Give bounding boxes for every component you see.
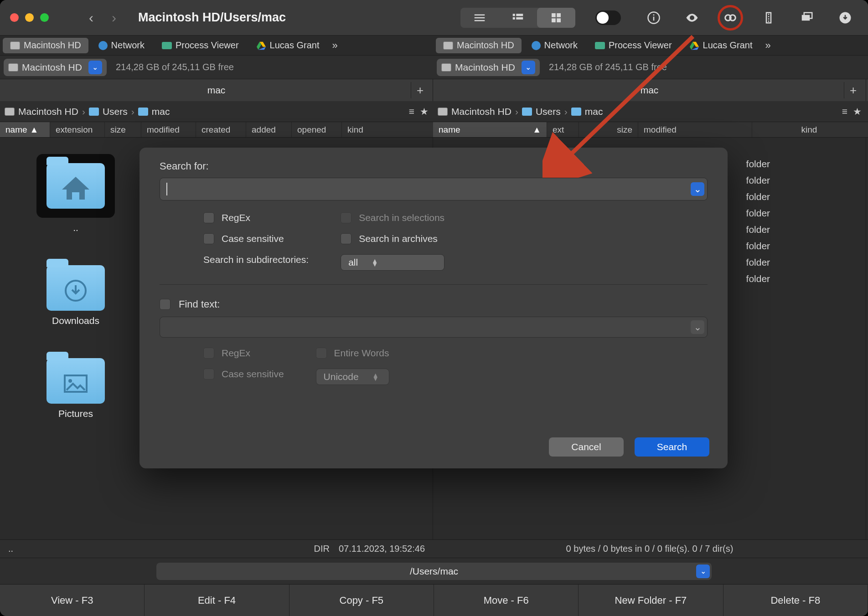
cancel-button[interactable]: Cancel <box>549 437 624 457</box>
dropdown-icon[interactable]: ⌄ <box>522 61 535 74</box>
selections-checkbox: Search in selections <box>341 212 444 223</box>
item-pictures[interactable]: Pictures <box>46 358 105 419</box>
maximize-button[interactable] <box>40 13 49 22</box>
breadcrumb-seg[interactable]: mac <box>585 106 603 117</box>
fav-process-viewer-r[interactable]: Process Viewer <box>588 38 679 53</box>
dropdown-icon[interactable]: ⌄ <box>691 182 704 196</box>
breadcrumb-seg[interactable]: Users <box>536 106 561 117</box>
more-favorites-icon-r[interactable]: » <box>760 40 776 51</box>
status-bar: .. DIR 07.11.2023, 19:52:46 0 bytes / 0 … <box>0 539 868 558</box>
hdr-created[interactable]: created <box>196 122 246 137</box>
hd-icon <box>443 41 453 50</box>
status-right: 0 bytes / 0 bytes in 0 / 0 file(s). 0 / … <box>433 540 866 558</box>
text-caret <box>166 183 167 195</box>
hdr-kind-r[interactable]: kind <box>752 122 866 137</box>
breadcrumb-seg[interactable]: Users <box>103 106 128 117</box>
info-icon[interactable] <box>641 5 666 31</box>
network-icon <box>98 41 108 50</box>
fav-drive-nicolas-r[interactable]: Lucas Grant <box>682 38 760 53</box>
drive-bar: Macintosh HD⌄ 214,28 GB of 245,11 GB fre… <box>0 56 868 79</box>
fkey-copy[interactable]: Copy - F5 <box>289 585 434 616</box>
item-parent[interactable]: .. <box>36 154 115 233</box>
fkey-edit[interactable]: Edit - F4 <box>145 585 289 616</box>
hdr-modified-r[interactable]: modified <box>638 122 752 137</box>
more-favorites-icon[interactable]: » <box>327 40 343 51</box>
fav-drive-nicolas[interactable]: Lucas Grant <box>249 38 327 53</box>
find-text-toggle[interactable]: Find text: <box>160 298 708 310</box>
folder-icon <box>571 108 581 116</box>
dark-mode-toggle[interactable] <box>595 10 621 25</box>
minimize-button[interactable] <box>25 13 34 22</box>
panel-tab-right[interactable]: mac+ <box>433 79 866 101</box>
search-icon[interactable] <box>718 5 743 31</box>
hdr-modified[interactable]: modified <box>141 122 196 137</box>
fav-network-r[interactable]: Network <box>524 38 585 53</box>
hdr-name[interactable]: name ▲ <box>0 122 50 137</box>
hdr-kind[interactable]: kind <box>342 122 433 137</box>
fav-network[interactable]: Network <box>91 38 152 53</box>
list-toggle-icon[interactable]: ≡ <box>409 106 414 117</box>
entirewords-checkbox: Entire Words <box>316 348 389 359</box>
fav-macintosh-hd[interactable]: Macintosh HD <box>3 38 88 53</box>
quicklook-icon[interactable] <box>679 5 705 31</box>
forward-button[interactable]: › <box>112 10 116 26</box>
dropdown-icon[interactable]: ⌄ <box>691 320 704 334</box>
fkey-move[interactable]: Move - F6 <box>434 585 579 616</box>
close-button[interactable] <box>10 13 19 22</box>
hdr-added[interactable]: added <box>246 122 292 137</box>
list-toggle-icon[interactable]: ≡ <box>842 106 847 117</box>
hdr-extension[interactable]: extension <box>50 122 105 137</box>
hdr-name-r[interactable]: name ▲ <box>433 122 547 137</box>
hdr-opened[interactable]: opened <box>292 122 342 137</box>
back-button[interactable]: ‹ <box>89 10 93 26</box>
search-for-input[interactable]: ⌄ <box>160 178 708 200</box>
hdr-ext-r[interactable]: ext <box>547 122 579 137</box>
gdrive-icon <box>689 41 699 51</box>
compress-icon[interactable] <box>756 5 781 31</box>
path-input[interactable]: /Users/mac ⌄ <box>156 563 712 580</box>
fkey-delete[interactable]: Delete - F8 <box>723 585 868 616</box>
subdirs-select[interactable]: all▲▼ <box>341 254 444 271</box>
window-controls <box>10 13 49 22</box>
view-list-icon[interactable] <box>460 8 499 28</box>
archives-checkbox[interactable]: Search in archives <box>341 233 444 244</box>
hdr-size-r[interactable]: size <box>579 122 638 137</box>
folder-icon <box>89 108 99 116</box>
breadcrumb-seg[interactable]: Macintosh HD <box>18 106 78 117</box>
path-bar: /Users/mac ⌄ <box>0 558 868 584</box>
breadcrumb-seg[interactable]: mac <box>152 106 170 117</box>
clone-panel-icon[interactable] <box>794 5 820 31</box>
folder-icon <box>522 108 532 116</box>
dropdown-icon[interactable]: ⌄ <box>88 61 102 74</box>
fav-process-viewer[interactable]: Process Viewer <box>155 38 246 53</box>
svg-rect-5 <box>557 13 561 17</box>
folder-icon <box>138 108 148 116</box>
drive-selector-right[interactable]: Macintosh HD⌄ <box>437 59 540 76</box>
svg-rect-2 <box>516 14 523 16</box>
path-dropdown-icon[interactable]: ⌄ <box>696 565 710 578</box>
breadcrumb-seg[interactable]: Macintosh HD <box>451 106 512 117</box>
subdirs-row: Search in subdirectories: <box>203 254 309 265</box>
case-checkbox[interactable]: Case sensitive <box>203 233 309 244</box>
drive-selector-left[interactable]: Macintosh HD⌄ <box>4 59 107 76</box>
drive-free-left: 214,28 GB of 245,11 GB free <box>116 62 234 72</box>
search-dialog: Search for: ⌄ RegEx Case sensitive Searc… <box>140 148 728 468</box>
search-button[interactable]: Search <box>635 437 709 457</box>
view-grid-icon[interactable] <box>537 8 575 28</box>
svg-rect-1 <box>513 17 515 19</box>
star-icon[interactable]: ★ <box>420 106 429 117</box>
fkey-view[interactable]: View - F3 <box>0 585 145 616</box>
view-columns-icon[interactable] <box>499 8 537 28</box>
fav-macintosh-hd-r[interactable]: Macintosh HD <box>436 38 522 53</box>
download-icon[interactable] <box>832 5 858 31</box>
star-icon[interactable]: ★ <box>853 106 862 117</box>
find-text-input[interactable]: ⌄ <box>160 317 708 338</box>
new-tab-button-r[interactable]: + <box>844 82 862 98</box>
regex-checkbox[interactable]: RegEx <box>203 212 309 223</box>
panel-tab-left[interactable]: mac+ <box>0 79 433 101</box>
item-downloads[interactable]: Downloads <box>46 265 105 326</box>
gdrive-icon <box>256 41 266 51</box>
fkey-newfolder[interactable]: New Folder - F7 <box>579 585 723 616</box>
hdr-size[interactable]: size <box>105 122 141 137</box>
new-tab-button[interactable]: + <box>411 82 429 98</box>
